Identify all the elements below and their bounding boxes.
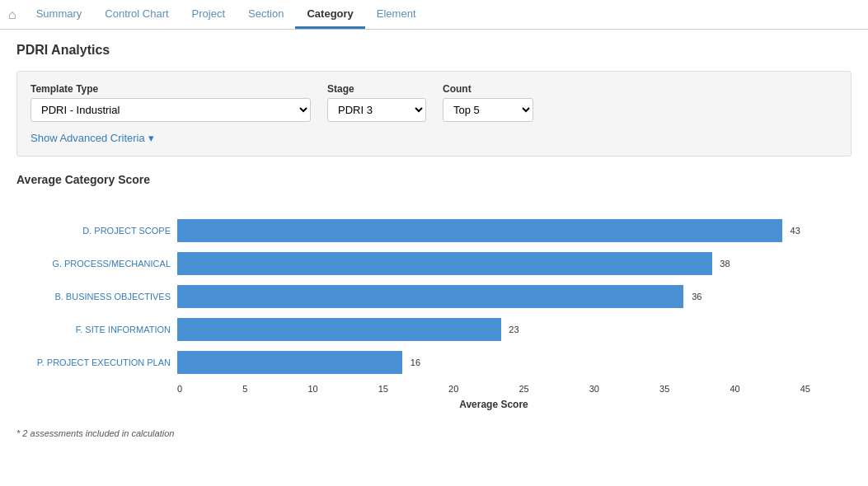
bar-row: B. BUSINESS OBJECTIVES36 bbox=[177, 285, 810, 308]
bar-row: F. SITE INFORMATION23 bbox=[177, 318, 810, 341]
x-tick: 25 bbox=[518, 384, 528, 394]
nav-tab-element[interactable]: Element bbox=[365, 1, 428, 29]
stage-label: Stage bbox=[327, 83, 426, 95]
bars-wrapper: D. PROJECT SCOPE43G. PROCESS/MECHANICAL3… bbox=[177, 211, 810, 374]
x-tick: 15 bbox=[378, 384, 388, 394]
home-icon[interactable]: ⌂ bbox=[8, 7, 16, 22]
filter-group-count: Count Top 5 bbox=[443, 83, 533, 122]
filter-row: Template Type PDRI - Industrial Stage PD… bbox=[30, 83, 838, 122]
bar-value: 43 bbox=[791, 226, 800, 236]
x-axis-label: Average Score bbox=[177, 399, 810, 410]
advanced-criteria-label: Show Advanced Criteria bbox=[30, 132, 145, 144]
x-tick: 5 bbox=[242, 384, 247, 394]
template-type-select[interactable]: PDRI - Industrial bbox=[30, 98, 311, 122]
x-tick: 0 bbox=[177, 384, 182, 394]
filter-group-template: Template Type PDRI - Industrial bbox=[30, 83, 311, 122]
top-nav: ⌂ SummaryControl ChartProjectSectionCate… bbox=[0, 0, 868, 30]
count-select[interactable]: Top 5 bbox=[443, 98, 533, 122]
x-tick: 45 bbox=[800, 384, 810, 394]
page-title: PDRI Analytics bbox=[16, 43, 852, 58]
bar-label: F. SITE INFORMATION bbox=[18, 325, 171, 334]
x-tick: 30 bbox=[589, 384, 599, 394]
chevron-down-icon: ▾ bbox=[148, 132, 154, 144]
bar-label: B. BUSINESS OBJECTIVES bbox=[18, 292, 171, 301]
stage-select[interactable]: PDRI 3 bbox=[327, 98, 426, 122]
x-tick: 35 bbox=[659, 384, 669, 394]
bar-value: 36 bbox=[692, 292, 701, 301]
count-label: Count bbox=[443, 83, 533, 95]
bar-fill: 23 bbox=[177, 318, 501, 341]
chart-area: D. PROJECT SCOPE43G. PROCESS/MECHANICAL3… bbox=[177, 211, 810, 410]
bar-fill: 16 bbox=[177, 351, 402, 374]
bar-label: G. PROCESS/MECHANICAL bbox=[18, 259, 171, 269]
nav-tab-project[interactable]: Project bbox=[181, 1, 237, 29]
filter-group-stage: Stage PDRI 3 bbox=[327, 83, 426, 122]
bar-value: 16 bbox=[411, 357, 420, 367]
x-tick: 20 bbox=[448, 384, 458, 394]
nav-tab-control-chart[interactable]: Control Chart bbox=[93, 1, 180, 29]
bar-value: 38 bbox=[720, 259, 730, 269]
x-tick: 10 bbox=[307, 384, 317, 394]
show-advanced-criteria[interactable]: Show Advanced Criteria ▾ bbox=[30, 132, 154, 144]
bar-row: G. PROCESS/MECHANICAL38 bbox=[177, 252, 810, 275]
bar-label: D. PROJECT SCOPE bbox=[18, 226, 171, 236]
bar-row: P. PROJECT EXECUTION PLAN16 bbox=[177, 351, 810, 374]
page-content: PDRI Analytics Template Type PDRI - Indu… bbox=[0, 30, 868, 451]
bar-label: P. PROJECT EXECUTION PLAN bbox=[18, 357, 171, 367]
nav-tabs: SummaryControl ChartProjectSectionCatego… bbox=[25, 1, 428, 28]
bar-fill: 43 bbox=[177, 219, 782, 242]
bar-fill: 36 bbox=[177, 285, 683, 308]
bar-value: 23 bbox=[509, 325, 518, 334]
bar-fill: 38 bbox=[177, 252, 712, 275]
bar-row: D. PROJECT SCOPE43 bbox=[177, 219, 810, 242]
chart-section: Average Category Score D. PROJECT SCOPE4… bbox=[16, 173, 852, 438]
nav-tab-category[interactable]: Category bbox=[295, 1, 364, 29]
x-tick: 40 bbox=[730, 384, 739, 394]
filter-panel: Template Type PDRI - Industrial Stage PD… bbox=[16, 71, 852, 157]
chart-container: D. PROJECT SCOPE43G. PROCESS/MECHANICAL3… bbox=[16, 203, 852, 418]
nav-tab-section[interactable]: Section bbox=[237, 1, 295, 29]
nav-tab-summary[interactable]: Summary bbox=[25, 1, 94, 29]
chart-title: Average Category Score bbox=[16, 173, 852, 186]
chart-footnote: * 2 assessments included in calculation bbox=[16, 428, 852, 438]
x-axis: 051015202530354045 bbox=[177, 384, 810, 394]
template-type-label: Template Type bbox=[30, 83, 311, 95]
